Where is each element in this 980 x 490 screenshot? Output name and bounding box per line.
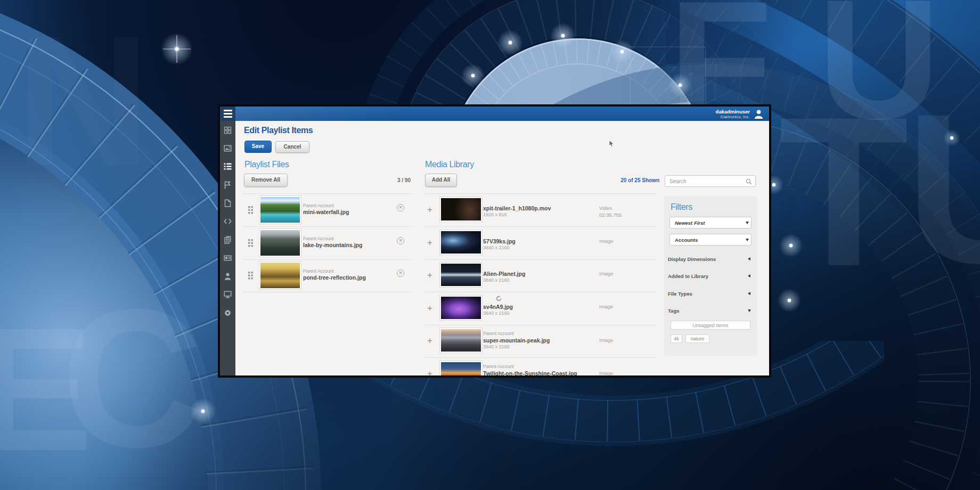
svg-text:T: T [779,72,909,311]
svg-text:C: C [61,268,203,488]
svg-text:N: N [16,0,151,205]
svg-text:U: U [905,69,980,307]
